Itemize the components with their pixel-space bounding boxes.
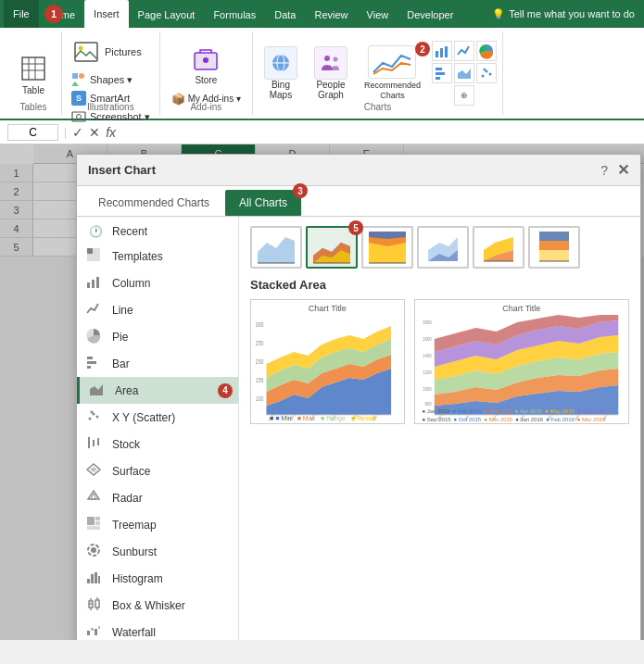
chart-type-column[interactable]: Column: [77, 269, 238, 296]
tables-group-label: Tables: [20, 102, 47, 112]
cancel-formula-icon[interactable]: ✕: [89, 125, 100, 140]
chart-type-surface[interactable]: Surface: [77, 457, 238, 484]
svg-text:1200: 1200: [423, 369, 432, 375]
chart-legend-2: ● Jan 2015● Feb 2015● Mar 2015● Apr 2015…: [423, 408, 628, 422]
chart-title-1: Chart Title: [251, 304, 404, 313]
svg-point-18: [333, 57, 337, 62]
chart-type-templates[interactable]: Templates: [77, 243, 238, 269]
tab-page-layout[interactable]: Page Layout: [129, 2, 205, 28]
chart-subtype-area[interactable]: [250, 226, 302, 269]
chart-type-stock[interactable]: Stock: [77, 431, 238, 457]
svg-text:1600: 1600: [423, 335, 432, 342]
line-chart-small-btn[interactable]: [454, 41, 474, 61]
svg-point-8: [79, 73, 84, 79]
ribbon-group-tables: Table Tables: [6, 31, 62, 115]
table-button[interactable]: Table: [13, 50, 54, 97]
svg-rect-22: [436, 68, 442, 70]
function-icon[interactable]: fx: [106, 125, 116, 140]
svg-text:1400: 1400: [423, 352, 432, 358]
chart-type-scatter[interactable]: X Y (Scatter): [77, 404, 238, 431]
svg-marker-48: [88, 491, 99, 499]
recommended-charts-button[interactable]: 2 RecommendedCharts: [359, 44, 426, 103]
chart-type-recent[interactable]: 🕐 Recent: [77, 220, 238, 243]
svg-rect-37: [87, 366, 91, 369]
tab-insert[interactable]: Insert: [84, 0, 129, 28]
svg-rect-33: [92, 280, 95, 288]
scatter-chart-small-btn[interactable]: [476, 63, 497, 83]
svg-point-6: [79, 46, 83, 51]
charts-group-label: Charts: [253, 102, 502, 112]
store-label: Store: [195, 75, 217, 85]
ribbon: 1 File Home Insert Page Layout Formulas …: [0, 0, 644, 120]
column-chart-small-btn[interactable]: [432, 41, 452, 61]
chart-preview-2: Chart Title 1800 1600 1400 1200 1000 800: [414, 299, 629, 424]
bing-maps-icon: [264, 46, 297, 80]
tab-all-charts[interactable]: All Charts 3: [225, 190, 301, 216]
svg-rect-67: [87, 631, 90, 635]
svg-marker-93: [539, 232, 569, 241]
surface-icon: [86, 462, 105, 480]
chart-type-bar[interactable]: Bar: [77, 350, 238, 377]
pie-chart-small-btn[interactable]: [476, 41, 497, 61]
bar-chart-small-btn[interactable]: [432, 63, 452, 83]
svg-point-28: [488, 73, 491, 76]
name-box[interactable]: [7, 124, 58, 141]
tell-me-bar[interactable]: 💡 Tell me what you want to do: [483, 0, 644, 28]
svg-rect-0: [22, 57, 44, 80]
chart-subtype-3dstacked[interactable]: [473, 226, 524, 269]
people-graph-label: PeopleGraph: [316, 80, 345, 100]
svg-rect-35: [87, 357, 93, 359]
chart-type-waterfall[interactable]: Waterfall: [77, 619, 238, 640]
tab-view[interactable]: View: [358, 2, 398, 28]
area-icon: [89, 382, 107, 399]
chart-subtype-100stacked[interactable]: [361, 226, 413, 269]
chart-type-boxwhisker[interactable]: Box & Whisker: [77, 592, 238, 619]
svg-text:1000: 1000: [423, 385, 432, 392]
tab-recommended-charts[interactable]: Recommended Charts: [84, 190, 223, 216]
svg-text:300: 300: [256, 320, 264, 328]
chart-right-panel: 5: [239, 217, 640, 640]
recommended-charts-icon: [368, 45, 416, 79]
scatter-icon: [86, 408, 105, 426]
bing-maps-button[interactable]: BingMaps: [259, 44, 303, 102]
svg-point-11: [77, 115, 82, 119]
area-chart-small-btn[interactable]: [454, 63, 474, 83]
pictures-label: Pictures: [105, 46, 142, 57]
pie-icon: [86, 328, 105, 345]
badge-1: 1: [44, 5, 63, 23]
shapes-button[interactable]: Shapes ▾: [69, 70, 152, 89]
tab-review[interactable]: Review: [305, 2, 357, 28]
tab-file[interactable]: File: [4, 0, 39, 28]
svg-rect-68: [91, 628, 94, 631]
chart-type-sunburst[interactable]: Sunburst: [77, 538, 238, 565]
dialog-title-text: Insert Chart: [88, 163, 156, 177]
dialog-close-icon[interactable]: ✕: [617, 161, 629, 179]
chart-type-histogram[interactable]: Histogram: [77, 565, 238, 592]
chart-type-pie[interactable]: Pie: [77, 323, 238, 350]
pictures-button[interactable]: Pictures: [69, 35, 152, 69]
badge-2: 2: [415, 42, 430, 56]
chart-type-radar[interactable]: Radar: [77, 484, 238, 511]
chart-subtype-3darea[interactable]: [417, 226, 469, 269]
tab-developer[interactable]: Developer: [398, 2, 462, 28]
chart-subtype-stacked-area[interactable]: 5: [306, 226, 358, 269]
svg-marker-94: [539, 241, 569, 250]
tab-formulas[interactable]: Formulas: [204, 2, 265, 28]
svg-point-26: [481, 75, 484, 78]
svg-rect-53: [87, 526, 100, 530]
chart-type-line[interactable]: Line: [77, 296, 238, 323]
store-button[interactable]: Store: [183, 40, 228, 87]
chart-subtype-3d100stacked[interactable]: [528, 226, 580, 269]
svg-marker-47: [90, 467, 97, 472]
tab-data[interactable]: Data: [265, 2, 305, 28]
people-graph-button[interactable]: PeopleGraph: [309, 44, 353, 102]
chart-type-treemap[interactable]: Treemap: [77, 511, 238, 538]
svg-rect-34: [96, 277, 99, 288]
bar-icon: [86, 355, 105, 372]
svg-rect-21: [445, 46, 448, 57]
formula-input[interactable]: [121, 126, 637, 139]
chart-type-area[interactable]: 4 Area: [77, 377, 238, 404]
chart-type-list: 🕐 Recent Templates Column: [77, 217, 239, 640]
checkmark-icon[interactable]: ✓: [72, 125, 83, 140]
dialog-help-icon[interactable]: ?: [600, 163, 608, 178]
